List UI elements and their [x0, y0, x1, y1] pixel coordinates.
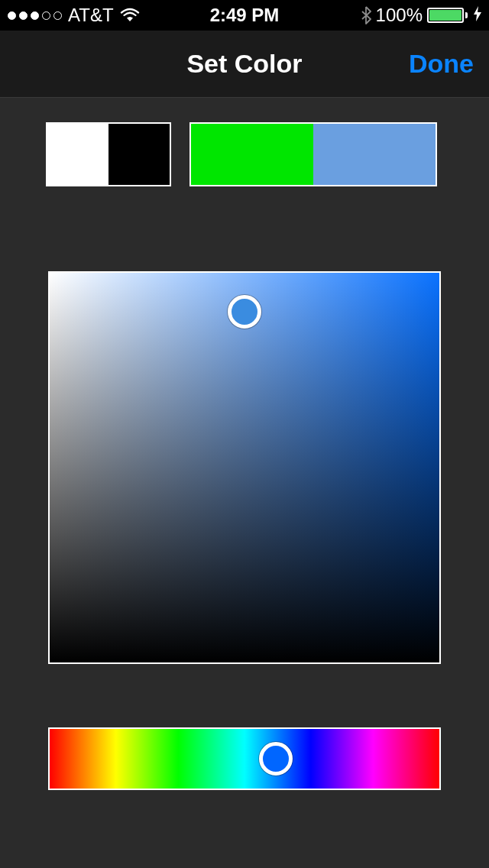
charging-icon: [474, 6, 481, 25]
status-time: 2:49 PM: [210, 5, 280, 26]
nav-bar: Set Color Done: [0, 31, 489, 98]
sv-black-gradient: [50, 273, 439, 662]
swatch-white[interactable]: [47, 124, 108, 185]
sv-handle[interactable]: [228, 295, 261, 329]
signal-strength-icon: [8, 11, 62, 20]
status-left: AT&T: [8, 5, 140, 26]
swatch-green[interactable]: [191, 124, 313, 185]
hue-handle[interactable]: [259, 742, 293, 776]
done-button[interactable]: Done: [409, 49, 474, 79]
status-bar: AT&T 2:49 PM 100%: [0, 0, 489, 31]
wifi-icon: [120, 8, 140, 23]
battery-percent-label: 100%: [376, 5, 423, 26]
swatch-row: [0, 98, 489, 186]
swatch-group-bw: [46, 122, 171, 186]
bluetooth-icon: [361, 6, 371, 24]
hue-slider[interactable]: [48, 727, 441, 790]
carrier-label: AT&T: [68, 5, 114, 26]
swatch-blue[interactable]: [313, 124, 436, 185]
status-right: 100%: [361, 5, 481, 26]
battery-icon: [427, 8, 468, 23]
page-title: Set Color: [186, 49, 302, 79]
swatch-black[interactable]: [108, 124, 170, 185]
saturation-value-picker[interactable]: [48, 271, 441, 664]
swatch-group-custom: [189, 122, 437, 186]
